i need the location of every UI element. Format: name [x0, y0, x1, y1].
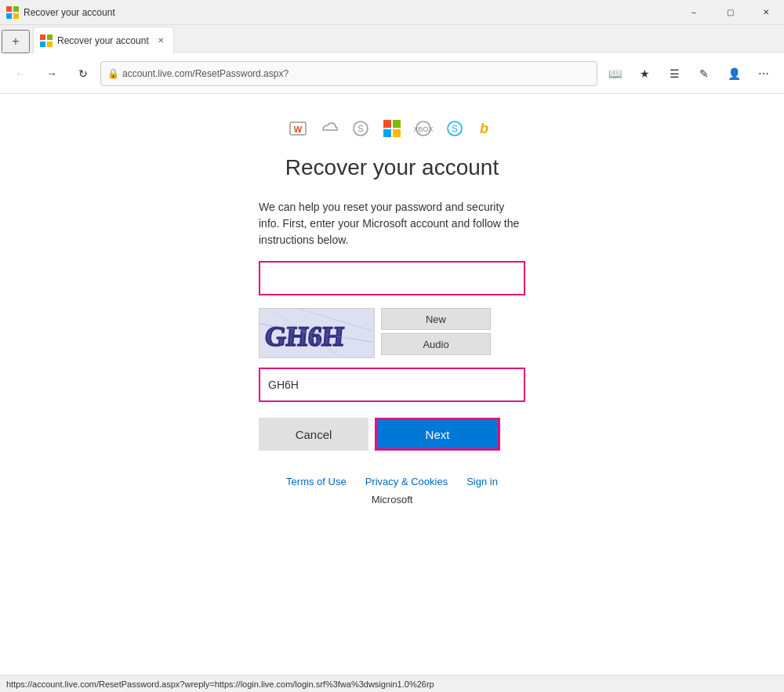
skype-icon: S [350, 118, 372, 139]
captcha-input-wrapper [259, 368, 525, 402]
svg-rect-15 [393, 129, 401, 137]
svg-rect-0 [6, 6, 12, 12]
email-input[interactable] [262, 264, 522, 292]
refresh-button[interactable]: ↻ [69, 60, 97, 88]
bing-icon: b [475, 118, 497, 139]
tabbar: + Recover your account ✕ [0, 25, 784, 53]
tab-title: Recover your account [24, 7, 676, 18]
tab-label: Recover your account [57, 35, 151, 46]
microsoft-logo [381, 118, 403, 139]
audio-captcha-button[interactable]: Audio [381, 333, 491, 355]
description-text: We can help you reset your password and … [259, 199, 525, 248]
svg-rect-1 [13, 6, 19, 12]
share-button[interactable]: 👤 [720, 60, 748, 88]
toolbar-icons: 📖 ★ ☰ ✎ 👤 ⋯ [601, 60, 778, 88]
titlebar-favicon [6, 6, 19, 19]
addressbar: ← → ↻ 🔒 account.live.com/ResetPassword.a… [0, 53, 784, 94]
svg-rect-6 [40, 42, 45, 47]
svg-rect-14 [383, 129, 391, 137]
tab-close-icon[interactable]: ✕ [154, 34, 167, 47]
window-controls: – ▢ ✕ [676, 0, 784, 25]
signin-link[interactable]: Sign in [466, 476, 498, 487]
forward-button[interactable]: → [38, 60, 66, 88]
address-text: account.live.com/ResetPassword.aspx? [122, 68, 590, 79]
svg-rect-3 [13, 13, 19, 19]
onedrive-icon [318, 118, 340, 139]
minimize-button[interactable]: – [676, 0, 712, 25]
svg-text:b: b [480, 121, 488, 136]
skype2-icon: S [444, 118, 466, 139]
svg-rect-7 [47, 42, 53, 47]
svg-rect-12 [383, 120, 391, 128]
svg-rect-5 [47, 34, 53, 40]
titlebar: Recover your account – ▢ ✕ [0, 0, 784, 25]
next-button[interactable]: Next [375, 418, 500, 451]
cancel-button[interactable]: Cancel [259, 418, 368, 451]
reading-view-button[interactable]: 📖 [601, 60, 629, 88]
close-button[interactable]: ✕ [748, 0, 784, 25]
ms-icons-row: W S X [287, 118, 497, 139]
back-button[interactable]: ← [6, 60, 34, 88]
privacy-link[interactable]: Privacy & Cookies [365, 476, 448, 487]
statusbar: https://account.live.com/ResetPassword.a… [0, 675, 784, 692]
svg-rect-4 [40, 34, 45, 40]
svg-rect-2 [6, 13, 12, 19]
captcha-buttons: New Audio [381, 308, 491, 355]
web-notes-button[interactable]: ✎ [690, 60, 718, 88]
svg-text:W: W [294, 125, 303, 134]
footer-brand: Microsoft [372, 494, 413, 505]
footer-links: Terms of Use Privacy & Cookies Sign in [286, 476, 498, 487]
address-box[interactable]: 🔒 account.live.com/ResetPassword.aspx? [100, 61, 597, 86]
xbox-icon: XBOX [412, 118, 434, 139]
more-button[interactable]: ⋯ [750, 60, 778, 88]
email-input-wrapper [259, 261, 525, 295]
captcha-area: GH6H GH6H New Audio [259, 308, 525, 358]
svg-text:S: S [452, 124, 457, 133]
captcha-image: GH6H GH6H [259, 308, 375, 358]
status-text: https://account.live.com/ResetPassword.a… [6, 679, 434, 689]
svg-text:XBOX: XBOX [414, 125, 433, 133]
office-icon: W [287, 118, 309, 139]
captcha-input[interactable] [262, 371, 522, 399]
hub-button[interactable]: ☰ [660, 60, 688, 88]
lock-icon: 🔒 [107, 68, 119, 79]
svg-text:S: S [358, 124, 363, 133]
active-tab[interactable]: Recover your account ✕ [33, 27, 174, 53]
page-content: W S X [0, 94, 784, 675]
svg-rect-13 [393, 120, 401, 128]
form-area: We can help you reset your password and … [259, 199, 525, 476]
action-buttons: Cancel Next [259, 418, 525, 451]
tab-favicon-icon [40, 34, 53, 47]
page-title: Recover your account [285, 155, 499, 180]
favorites-button[interactable]: ★ [630, 60, 659, 88]
new-tab-button[interactable]: + [2, 30, 30, 53]
new-captcha-button[interactable]: New [381, 308, 491, 330]
terms-link[interactable]: Terms of Use [286, 476, 347, 487]
maximize-button[interactable]: ▢ [712, 0, 748, 25]
